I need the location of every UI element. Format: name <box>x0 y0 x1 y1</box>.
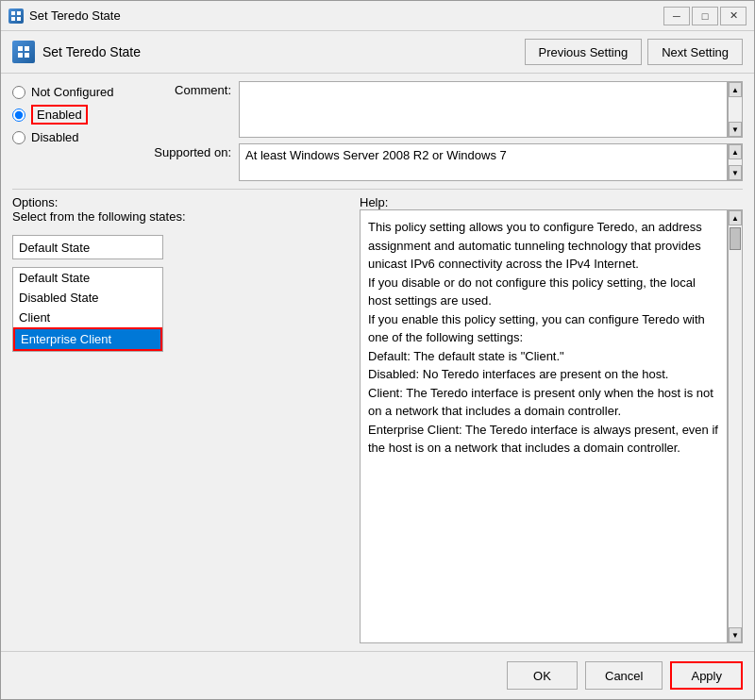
help-scrollbar: ▲ ▼ <box>728 209 743 643</box>
disabled-input[interactable] <box>12 131 25 144</box>
cancel-button[interactable]: Cancel <box>585 661 663 690</box>
window-controls: ─ □ ✕ <box>663 7 747 25</box>
disabled-label: Disabled <box>31 130 79 144</box>
header-buttons: Previous Setting Next Setting <box>525 39 744 65</box>
maximize-button[interactable]: □ <box>692 7 718 25</box>
section-labels: Options: Help: <box>12 189 743 209</box>
help-para-1: This policy setting allows you to config… <box>368 218 719 274</box>
help-section-label: Help: <box>360 195 388 209</box>
header-bar: Set Teredo State Previous Setting Next S… <box>1 31 754 74</box>
previous-setting-button[interactable]: Previous Setting <box>525 39 643 65</box>
content-area: Not Configured Enabled Disabled Comment: <box>1 74 754 651</box>
enabled-radio[interactable]: Enabled <box>12 105 135 125</box>
comment-scroll-up[interactable]: ▲ <box>729 82 742 97</box>
header-icon <box>12 41 35 63</box>
ok-button[interactable]: OK <box>507 661 578 690</box>
help-para-2: If you disable or do not configure this … <box>368 274 719 310</box>
footer: OK Cancel Apply <box>1 651 754 699</box>
supported-label: Supported on: <box>146 143 231 159</box>
title-bar-left: Set Teredo State <box>8 8 121 24</box>
comment-scroll-down[interactable]: ▼ <box>729 122 742 137</box>
svg-rect-5 <box>25 46 29 51</box>
close-button[interactable]: ✕ <box>720 7 747 25</box>
help-para-7: Enterprise Client: The Teredo interface … <box>368 421 719 458</box>
supported-scroll-up[interactable]: ▲ <box>729 144 742 159</box>
list-item-default-state[interactable]: Default State <box>13 268 162 288</box>
bottom-section: Select from the following states: Defaul… <box>12 209 743 643</box>
not-configured-label: Not Configured <box>31 85 113 99</box>
comment-scrollbar: ▲ ▼ <box>728 81 743 138</box>
svg-rect-4 <box>18 46 23 51</box>
window-title: Set Teredo State <box>29 8 121 23</box>
state-dropdown[interactable]: Default State Disabled State Client Ente… <box>12 235 163 259</box>
svg-rect-1 <box>17 11 21 15</box>
svg-rect-7 <box>25 53 29 58</box>
help-panel-wrapper: This policy setting allows you to config… <box>360 209 743 643</box>
help-para-5: Disabled: No Teredo interfaces are prese… <box>368 365 719 384</box>
right-panels: Comment: ▲ ▼ Supported on: At least <box>146 81 743 181</box>
svg-rect-6 <box>18 53 23 58</box>
minimize-button[interactable]: ─ <box>663 7 690 25</box>
options-section-label: Options: <box>12 195 58 209</box>
enabled-input[interactable] <box>12 108 25 122</box>
disabled-radio[interactable]: Disabled <box>12 130 135 144</box>
svg-rect-0 <box>11 11 15 15</box>
not-configured-input[interactable] <box>12 86 25 99</box>
list-item-client[interactable]: Client <box>13 308 162 327</box>
supported-section: Supported on: At least Windows Server 20… <box>146 143 743 181</box>
apply-button[interactable]: Apply <box>670 661 743 690</box>
options-description: Select from the following states: <box>12 209 352 224</box>
help-scroll-up[interactable]: ▲ <box>729 210 742 225</box>
supported-scrollbar: ▲ ▼ <box>728 143 743 181</box>
main-window: Set Teredo State ─ □ ✕ Set Teredo State … <box>0 0 755 700</box>
svg-rect-3 <box>17 17 21 21</box>
header-left: Set Teredo State <box>12 41 141 63</box>
window-icon <box>8 8 24 24</box>
enabled-label: Enabled <box>31 105 88 125</box>
list-item-enterprise-client[interactable]: Enterprise Client <box>13 327 162 351</box>
supported-value: At least Windows Server 2008 R2 or Windo… <box>239 143 728 181</box>
list-item-disabled-state[interactable]: Disabled State <box>13 288 162 308</box>
supported-scroll-down[interactable]: ▼ <box>729 165 742 180</box>
not-configured-radio[interactable]: Not Configured <box>12 85 135 99</box>
dropdown-list: Default State Disabled State Client Ente… <box>12 267 163 352</box>
radio-group: Not Configured Enabled Disabled <box>12 81 135 181</box>
help-scroll-thumb[interactable] <box>730 227 741 250</box>
header-title: Set Teredo State <box>42 44 141 59</box>
options-panel: Select from the following states: Defaul… <box>12 209 352 643</box>
help-para-3: If you enable this policy setting, you c… <box>368 310 719 347</box>
dropdown-container: Default State Disabled State Client Ente… <box>12 235 352 259</box>
comment-section: Comment: ▲ ▼ <box>146 81 743 138</box>
title-bar: Set Teredo State ─ □ ✕ <box>1 1 754 31</box>
help-panel: This policy setting allows you to config… <box>360 209 728 643</box>
top-section: Not Configured Enabled Disabled Comment: <box>12 81 743 181</box>
help-para-6: Client: The Teredo interface is present … <box>368 384 719 421</box>
help-scroll-down[interactable]: ▼ <box>729 627 742 642</box>
help-para-4: Default: The default state is "Client." <box>368 347 719 366</box>
comment-textarea[interactable] <box>239 81 728 138</box>
comment-label: Comment: <box>146 81 231 97</box>
next-setting-button[interactable]: Next Setting <box>647 39 743 65</box>
svg-rect-2 <box>11 17 15 21</box>
